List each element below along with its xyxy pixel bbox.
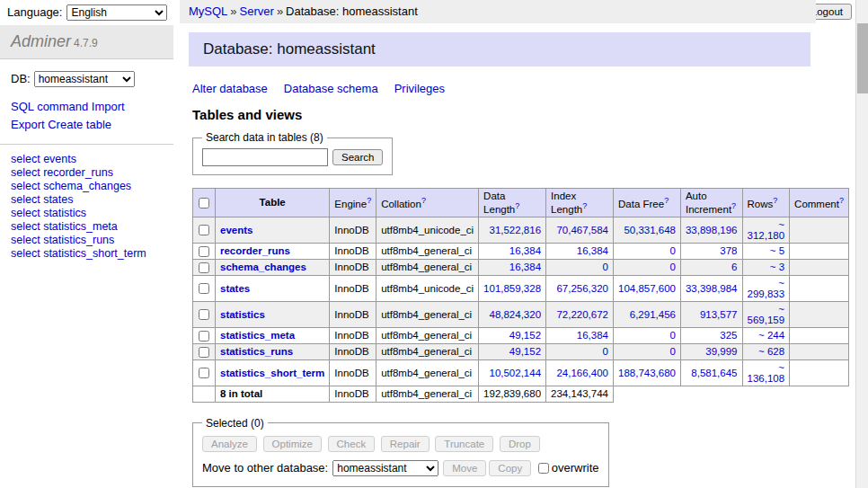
database-schema-link[interactable]: Database schema	[284, 82, 378, 95]
sidebar-link-sql-command[interactable]: SQL command	[11, 100, 88, 113]
analyze-button[interactable]: Analyze	[202, 436, 257, 452]
auto-increment-link[interactable]: 6	[731, 262, 737, 272]
sidebar-link-export[interactable]: Export	[11, 118, 45, 131]
sidebar-table-link[interactable]: select statistics_short_term	[11, 247, 146, 260]
sidebar-table-link[interactable]: select states	[11, 193, 73, 206]
row-checkbox[interactable]	[199, 331, 209, 342]
check-button[interactable]: Check	[328, 436, 376, 452]
rows-link[interactable]: ~ 569,159	[748, 304, 785, 325]
auto-increment-link[interactable]: 913,577	[700, 309, 738, 320]
help-link-icon[interactable]: ?	[515, 201, 519, 210]
optimize-button[interactable]: Optimize	[263, 436, 322, 452]
data-free-link[interactable]: 104,857,600	[618, 283, 676, 294]
index-length-link[interactable]: 67,256,320	[556, 283, 608, 294]
select-all-checkbox[interactable]	[199, 198, 209, 209]
help-link-icon[interactable]: ?	[664, 196, 669, 205]
copy-button[interactable]: Copy	[489, 460, 531, 476]
data-length-link[interactable]: 49,152	[509, 346, 541, 357]
sidebar-table-item: select schema_changes	[11, 180, 163, 192]
data-length-link[interactable]: 16,384	[509, 262, 541, 272]
auto-increment-link[interactable]: 33,898,196	[686, 225, 738, 235]
rows-link[interactable]: ~ 312,180	[748, 219, 785, 241]
help-link-icon[interactable]: ?	[839, 196, 844, 205]
rows-link[interactable]: ~ 136,108	[748, 362, 785, 384]
scrollbar[interactable]	[855, 0, 868, 488]
data-free-link[interactable]: 0	[670, 262, 676, 272]
row-checkbox[interactable]	[199, 347, 209, 358]
auto-increment-link[interactable]: 378	[720, 245, 737, 256]
index-length-link[interactable]: 0	[603, 262, 608, 272]
table-name-link[interactable]: schema_changes	[220, 262, 306, 272]
rows-link[interactable]: ~ 3	[770, 262, 784, 272]
data-free-link[interactable]: 0	[670, 245, 676, 256]
auto-increment-link[interactable]: 39,999	[705, 346, 737, 357]
data-free-link[interactable]: 0	[670, 346, 676, 357]
row-checkbox[interactable]	[199, 309, 209, 320]
move-db-select[interactable]: homeassistant	[332, 460, 438, 476]
sidebar-link-import[interactable]: Import	[92, 100, 125, 113]
drop-button[interactable]: Drop	[500, 436, 540, 452]
data-length-link[interactable]: 49,152	[509, 330, 541, 341]
table-name-link[interactable]: statistics_short_term	[220, 368, 324, 378]
help-link-icon[interactable]: ?	[731, 201, 736, 210]
data-length-link[interactable]: 16,384	[509, 245, 541, 256]
index-length-link[interactable]: 70,467,584	[556, 225, 608, 235]
help-link-icon[interactable]: ?	[421, 196, 426, 205]
truncate-button[interactable]: Truncate	[435, 436, 493, 452]
search-button[interactable]: Search	[332, 149, 383, 165]
language-select[interactable]: English	[66, 4, 167, 21]
auto-increment-link[interactable]: 325	[720, 330, 737, 341]
index-length-link[interactable]: 72,220,672	[556, 309, 608, 320]
table-name-link[interactable]: statistics	[220, 309, 265, 320]
help-link-icon[interactable]: ?	[773, 196, 777, 205]
row-checkbox[interactable]	[199, 283, 209, 294]
row-checkbox[interactable]	[199, 368, 209, 378]
rows-link[interactable]: ~ 299,833	[748, 278, 785, 299]
table-name-link[interactable]: statistics_meta	[220, 330, 295, 341]
db-select[interactable]: homeassistant	[34, 71, 135, 87]
table-name-link[interactable]: recorder_runs	[220, 245, 290, 256]
sidebar-table-link[interactable]: select events	[11, 153, 76, 165]
rows-link[interactable]: ~ 628	[758, 346, 784, 357]
help-link-icon[interactable]: ?	[367, 196, 371, 205]
search-input[interactable]	[202, 148, 328, 166]
breadcrumb-mysql-link[interactable]: MySQL	[189, 4, 227, 18]
data-free-link[interactable]: 0	[670, 330, 676, 341]
data-length-link[interactable]: 101,859,328	[483, 283, 541, 294]
auto-increment-link[interactable]: 33,398,984	[686, 283, 738, 294]
breadcrumb-server-link[interactable]: Server	[240, 4, 274, 18]
scrollbar-thumb[interactable]	[857, 23, 868, 93]
row-checkbox[interactable]	[199, 262, 209, 273]
sidebar-table-link[interactable]: select recorder_runs	[11, 166, 113, 179]
alter-database-link[interactable]: Alter database	[192, 82, 268, 95]
move-button[interactable]: Move	[443, 460, 486, 476]
data-free-link[interactable]: 50,331,648	[624, 225, 676, 235]
data-free-link[interactable]: 6,291,456	[630, 309, 676, 320]
sidebar-table-link[interactable]: select statistics	[11, 207, 86, 219]
row-checkbox[interactable]	[199, 246, 209, 257]
data-length-link[interactable]: 31,522,816	[489, 225, 541, 235]
table-name-link[interactable]: states	[220, 283, 250, 294]
overwrite-checkbox[interactable]	[538, 463, 549, 474]
auto-increment-link[interactable]: 8,581,645	[691, 368, 737, 378]
table-name-link[interactable]: events	[220, 225, 252, 235]
help-link-icon[interactable]: ?	[582, 201, 587, 210]
data-length-link[interactable]: 48,824,320	[489, 309, 541, 320]
sidebar-table-link[interactable]: select schema_changes	[11, 180, 131, 192]
sidebar-table-link[interactable]: select statistics_runs	[11, 234, 114, 246]
privileges-link[interactable]: Privileges	[394, 82, 445, 95]
index-length-link[interactable]: 16,384	[577, 245, 608, 256]
row-checkbox[interactable]	[199, 225, 209, 235]
data-free-link[interactable]: 188,743,680	[618, 368, 676, 378]
overwrite-label[interactable]: overwrite	[552, 461, 599, 475]
repair-button[interactable]: Repair	[381, 436, 430, 452]
rows-link[interactable]: ~ 5	[770, 245, 784, 256]
data-length-link[interactable]: 10,502,144	[489, 368, 541, 378]
sidebar-table-link[interactable]: select statistics_meta	[11, 220, 118, 233]
index-length-link[interactable]: 0	[603, 346, 608, 357]
sidebar-link-create-table[interactable]: Create table	[48, 118, 111, 131]
rows-link[interactable]: ~ 244	[758, 330, 784, 341]
table-name-link[interactable]: statistics_runs	[220, 346, 293, 357]
index-length-link[interactable]: 16,384	[577, 330, 608, 341]
index-length-link[interactable]: 24,166,400	[556, 368, 608, 378]
